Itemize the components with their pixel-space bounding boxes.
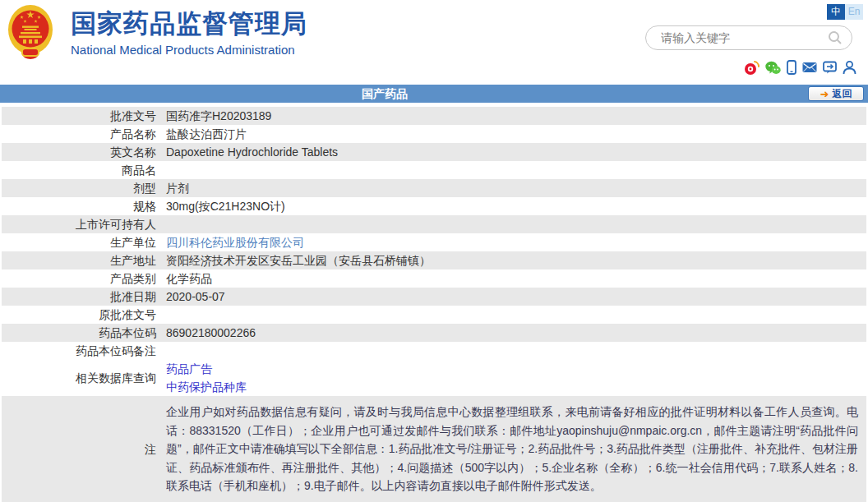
- search-input[interactable]: [659, 30, 827, 45]
- search-icon[interactable]: [827, 30, 843, 46]
- row-value: 盐酸达泊西汀片: [166, 125, 866, 143]
- row-value: [166, 306, 866, 324]
- tcm-protection-database-link[interactable]: 中药保护品种库: [166, 378, 866, 396]
- table-row: 生产地址 资阳经济技术开发区安岳工业园（安岳县石桥铺镇）: [2, 251, 866, 269]
- related-databases-row: 相关数据库查询 药品广告 中药保护品种库: [2, 360, 866, 396]
- lang-chinese-button[interactable]: 中: [827, 4, 845, 20]
- row-label: 产品名称: [2, 125, 166, 143]
- social-icon-row: [744, 60, 856, 75]
- row-label: 相关数据库查询: [2, 360, 166, 396]
- lang-english-button[interactable]: En: [845, 4, 863, 20]
- table-row: 剂型 片剂: [2, 179, 866, 197]
- row-label: 药品本位码备注: [2, 342, 166, 360]
- search-box[interactable]: [645, 25, 852, 50]
- table-row: 商品名: [2, 161, 866, 179]
- table-row: 生产单位 四川科伦药业股份有限公司: [2, 233, 866, 251]
- row-label: 英文名称: [2, 143, 166, 161]
- table-row: 产品类别 化学药品: [2, 269, 866, 288]
- table-row: 原批准文号: [2, 306, 866, 324]
- row-value: [166, 342, 866, 360]
- national-emblem-logo: [7, 4, 54, 60]
- row-label: 剂型: [2, 179, 166, 197]
- note-text: 企业用户如对药品数据信息有疑问，请及时与我局信息中心数据整理组联系，来电前请备好…: [166, 400, 866, 498]
- wechat-icon[interactable]: [765, 61, 781, 75]
- weibo-icon[interactable]: [744, 60, 760, 75]
- language-toggle: 中 En: [827, 4, 863, 20]
- title-block: 国家药品监督管理局 National Medical Products Admi…: [71, 8, 307, 57]
- back-arrow-icon: ➜: [820, 89, 829, 99]
- table-row: 批准日期 2020-05-07: [2, 288, 866, 306]
- table-row: 英文名称 Dapoxetine Hydrochloride Tablets: [2, 143, 866, 161]
- drug-ad-database-link[interactable]: 药品广告: [166, 360, 866, 378]
- row-label: 产品类别: [2, 269, 166, 288]
- row-value: 2020-05-07: [166, 288, 866, 306]
- row-value: 30mg(按C21H23NO计): [166, 197, 866, 215]
- section-title: 国产药品: [0, 85, 769, 103]
- note-label: 注: [2, 396, 166, 502]
- row-label: 生产地址: [2, 251, 166, 269]
- section-banner: 国产药品 ➜ 返回: [0, 85, 868, 103]
- table-row: 药品本位码 86902180002266: [2, 324, 866, 342]
- row-label: 生产单位: [2, 233, 166, 251]
- manufacturer-link[interactable]: 四川科伦药业股份有限公司: [166, 233, 866, 251]
- row-label: 药品本位码: [2, 324, 166, 342]
- row-value: 国药准字H20203189: [166, 107, 866, 125]
- row-label: 商品名: [2, 161, 166, 179]
- mobile-icon[interactable]: [787, 60, 796, 75]
- table-row: 上市许可持有人: [2, 215, 866, 233]
- row-value: Dapoxetine Hydrochloride Tablets: [166, 143, 866, 161]
- row-label: 规格: [2, 197, 166, 215]
- row-value: 化学药品: [166, 269, 866, 288]
- row-value: [166, 215, 866, 233]
- row-label: 原批准文号: [2, 306, 166, 324]
- site-title: 国家药品监督管理局: [71, 8, 307, 39]
- message-icon[interactable]: [823, 61, 837, 75]
- row-label: 上市许可持有人: [2, 215, 166, 233]
- site-header: 国家药品监督管理局 National Medical Products Admi…: [0, 0, 868, 85]
- site-subtitle: National Medical Products Administration: [71, 43, 307, 57]
- row-value: 片剂: [166, 179, 866, 197]
- user-icon[interactable]: [843, 60, 856, 75]
- row-value: 86902180002266: [166, 324, 866, 342]
- drug-info-table: 批准文号 国药准字H20203189 产品名称 盐酸达泊西汀片 英文名称 Dap…: [2, 107, 866, 502]
- back-button[interactable]: ➜ 返回: [808, 86, 864, 101]
- email-icon[interactable]: [802, 62, 817, 73]
- row-label: 批准文号: [2, 107, 166, 125]
- row-value: 资阳经济技术开发区安岳工业园（安岳县石桥铺镇）: [166, 251, 866, 269]
- back-button-label: 返回: [832, 87, 852, 101]
- table-row: 批准文号 国药准字H20203189: [2, 107, 866, 125]
- table-row: 药品本位码备注: [2, 342, 866, 360]
- note-row: 注 企业用户如对药品数据信息有疑问，请及时与我局信息中心数据整理组联系，来电前请…: [2, 396, 866, 502]
- table-row: 规格 30mg(按C21H23NO计): [2, 197, 866, 215]
- row-label: 批准日期: [2, 288, 166, 306]
- table-row: 产品名称 盐酸达泊西汀片: [2, 125, 866, 143]
- row-value: [166, 161, 866, 179]
